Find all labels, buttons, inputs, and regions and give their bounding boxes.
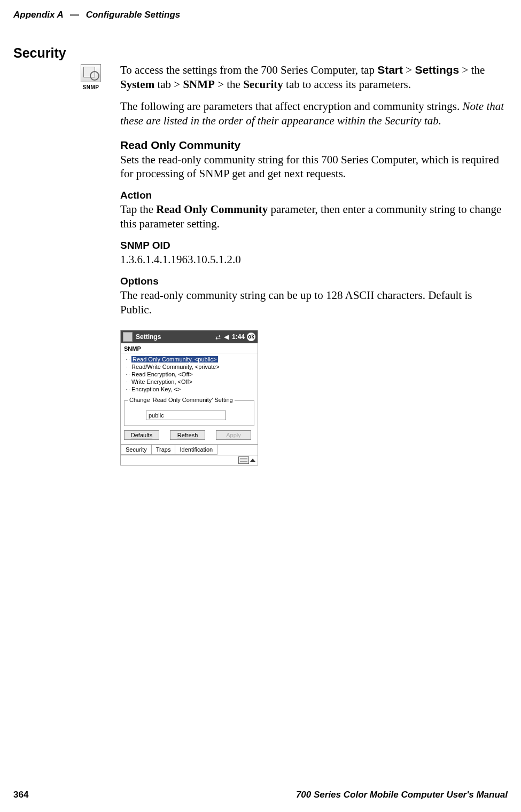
text: > the [215,78,243,91]
connectivity-icon[interactable]: ⇄ [215,333,221,341]
text: tab to access its parameters. [283,78,411,91]
heading-snmp-oid: SNMP OID [120,240,505,251]
page-number: 364 [13,790,28,800]
window-titlebar: Settings ⇄ ◀ 1:44 ok [121,330,258,343]
text: The following are parameters that affect… [120,100,463,113]
header-appendix: Appendix A [13,10,63,20]
kw-start: Start [377,64,403,76]
text: To access the settings from the 700 Seri… [120,64,377,76]
intro-paragraph-2: The following are parameters that affect… [120,99,505,128]
text: Tap the [120,203,156,216]
header-dash: — [70,10,79,20]
body-column: To access the settings from the 700 Seri… [120,63,505,466]
snmp-icon [81,64,101,82]
heading-action: Action [120,190,505,201]
change-setting-fieldset: Change 'Read Only Community' Setting [124,400,254,426]
tree-item-write-encryption[interactable]: Write Encryption, <Off> [126,378,254,385]
refresh-button[interactable]: Refresh [170,430,205,440]
action-paragraph: Tap the Read Only Community parameter, t… [120,202,505,231]
volume-icon[interactable]: ◀ [224,333,229,341]
running-header: Appendix A — Configurable Settings [13,10,508,20]
text: tab > [154,78,183,91]
tab-security[interactable]: Security [121,445,152,455]
section-heading-security: Security [13,45,66,61]
tree-item-read-encryption[interactable]: Read Encryption, <Off> [126,370,254,378]
text: > the [459,64,485,76]
tab-traps[interactable]: Traps [152,445,176,455]
page: Appendix A — Configurable Settings Secur… [0,0,521,812]
snmp-icon-block: SNMP [80,64,102,90]
tree-item-read-write-community[interactable]: Read/Write Community, <private> [126,363,254,370]
community-string-input[interactable] [146,411,226,420]
apply-button: Apply [216,430,251,440]
kw-snmp: SNMP [183,78,215,91]
text: > [403,64,415,76]
button-row: Defaults Refresh Apply [121,429,258,444]
window-title: Settings [136,333,215,341]
snmp-icon-label: SNMP [80,84,102,90]
kw-security: Security [243,78,283,91]
tab-strip: Security Traps Identification [121,444,258,455]
applet-title: SNMP [121,343,258,353]
ok-button[interactable]: ok [247,333,255,341]
parameter-tree: Read Only Community, <public> Read/Write… [121,353,258,397]
options-paragraph: The read-only community string can be up… [120,288,505,317]
kw-system: System [120,78,154,91]
kw-settings: Settings [415,64,459,76]
embedded-screenshot: Settings ⇄ ◀ 1:44 ok SNMP Read Only Comm… [120,330,258,466]
roc-paragraph: Sets the read-only community string for … [120,153,505,182]
param-name: Read Only Community [156,203,268,216]
manual-title: 700 Series Color Mobile Computer User's … [296,790,508,800]
keyboard-icon[interactable] [238,456,249,464]
defaults-button[interactable]: Defaults [124,430,159,440]
up-arrow-icon[interactable] [250,459,255,462]
sip-bar [121,455,258,465]
running-footer: 364 700 Series Color Mobile Computer Use… [13,790,508,800]
heading-read-only-community: Read Only Community [120,139,505,152]
fieldset-legend: Change 'Read Only Community' Setting [128,397,235,403]
oid-value: 1.3.6.1.4.1.1963.10.5.1.2.0 [120,253,505,267]
tree-item-read-only-community[interactable]: Read Only Community, <public> [126,356,254,363]
tab-identification[interactable]: Identification [175,445,217,455]
intro-paragraph-1: To access the settings from the 700 Seri… [120,63,505,92]
header-title: Configurable Settings [86,10,181,20]
clock[interactable]: 1:44 [232,333,245,341]
tree-item-encryption-key[interactable]: Encryption Key, <> [126,385,254,393]
start-flag-icon[interactable] [123,332,133,342]
heading-options: Options [120,275,505,287]
